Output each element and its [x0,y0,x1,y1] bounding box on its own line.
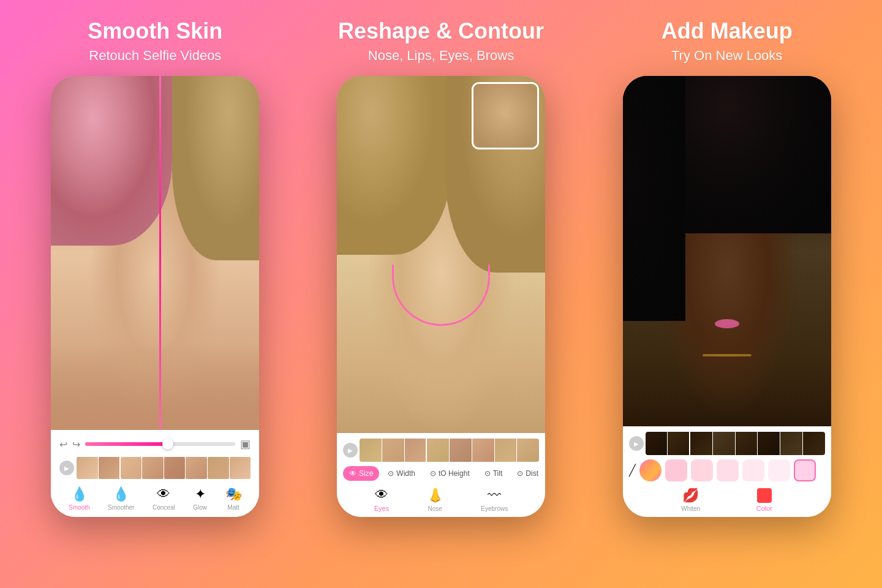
tool-eyebrows[interactable]: 〰 Eyebrows [481,488,508,512]
conceal-icon: 👁 [157,486,170,502]
frame-5 [164,457,186,479]
intensity-slider[interactable] [85,442,235,446]
tab-tilt-label: Tilt [493,469,503,478]
width-icon: ⊙ [388,469,394,478]
phone-2: ▶ [337,76,545,517]
eyes-label: Eyes [374,505,389,512]
timeline-row: ▶ [59,456,251,480]
eyebrows-icon: 〰 [488,488,501,503]
play-button-2[interactable]: ▶ [343,443,358,458]
frame-selected [121,457,142,479]
panel-3-subtitle: Try On New Looks [671,48,782,64]
frame-3-5 [736,432,758,455]
tool-color[interactable]: Color [756,488,772,512]
color-swatch-5[interactable] [768,459,790,481]
color-swatch-2[interactable] [691,459,713,481]
timeline-frames-2[interactable] [360,439,539,462]
matt-icon: 🎭 [225,486,242,502]
frame-3-6 [758,432,780,455]
color-swatch-3[interactable] [717,459,739,481]
play-button-3[interactable]: ▶ [629,436,644,451]
play-button[interactable]: ▶ [59,461,74,475]
frame-3-7 [780,432,802,455]
tool-whiten[interactable]: 💋 Whiten [681,488,700,512]
tab-height[interactable]: ⊙ tO Height [424,466,476,481]
tab-size[interactable]: 👁 Size [343,466,379,481]
frame-8 [230,457,251,479]
frame-2 [99,457,120,479]
main-container: Smooth Skin Retouch Selfie Videos [0,0,882,588]
color-icon [757,488,772,503]
color-label: Color [756,505,772,512]
hair-right [172,76,260,260]
frame-1 [77,457,98,479]
frame-2-6 [472,439,494,462]
timeline-row-3: ▶ [629,430,825,457]
whiten-color-row: 💋 Whiten Color [629,484,825,513]
color-swatch-4[interactable] [742,459,764,481]
timeline-frames[interactable] [77,457,251,479]
makeup-color-row: ╱ [629,457,825,484]
tab-tilt[interactable]: ⊙ Tilt [478,466,509,481]
gradient-color[interactable] [639,459,662,481]
phone-1-screen: ↩ ↪ ▣ ▶ [51,76,259,517]
frame-3-8 [803,432,825,455]
tab-dist-label: Dist [526,469,538,478]
eyes-icon: 👁 [375,487,388,503]
face-preview-box [472,82,539,149]
tool-nose[interactable]: 👃 Nose [427,488,443,512]
panel-smooth-skin: Smooth Skin Retouch Selfie Videos [12,18,298,576]
frame-2-8 [517,439,539,462]
tool-matt[interactable]: 🎭 Matt [225,486,242,511]
phone-3: ▶ ╱ [623,76,831,517]
frame-3-selected [690,432,712,455]
tool-smoother[interactable]: 💧 Smoother [108,486,134,511]
conceal-label: Conceal [153,504,175,511]
panel-1-subtitle: Retouch Selfie Videos [89,48,221,64]
phone-3-image [623,76,831,426]
phone-1: ↩ ↪ ▣ ▶ [51,76,259,517]
split-divider [159,76,161,430]
color-swatch-selected[interactable] [794,459,816,481]
tab-width-label: Width [396,469,415,478]
tool-smooth[interactable]: 💧 Smooth [69,486,89,511]
compare-icon[interactable]: ▣ [240,437,251,451]
nose-label: Nose [428,505,442,512]
phone-2-screen: ▶ [337,76,545,517]
tool-conceal[interactable]: 👁 Conceal [153,486,175,511]
frame-7 [208,457,229,479]
panel-reshape: Reshape & Contour Nose, Lips, Eyes, Brow… [298,18,584,576]
glow-label: Glow [193,504,207,511]
panel-2-title: Reshape & Contour [338,18,544,44]
panel-2-subtitle: Nose, Lips, Eyes, Brows [368,48,514,64]
hair-left [51,76,172,246]
dist-icon: ⊙ [517,469,523,478]
undo-icon[interactable]: ↩ [59,439,67,450]
face-shadow [51,342,259,431]
frame-2-selected [427,439,449,462]
size-icon: 👁 [349,469,356,478]
frame-2-1 [360,439,382,462]
phone-3-controls: ▶ ╱ [623,426,831,517]
timeline-frames-3[interactable] [646,432,825,455]
frame-2-5 [450,439,472,462]
hair-left-3 [623,76,685,321]
redo-icon[interactable]: ↪ [72,439,80,450]
tab-width[interactable]: ⊙ Width [382,466,421,481]
phone-1-controls: ↩ ↪ ▣ ▶ [51,430,259,517]
tool-glow[interactable]: ✦ Glow [193,486,207,511]
eyebrows-label: Eyebrows [481,505,508,512]
nose-icon: 👃 [427,488,443,503]
necklace [703,354,752,356]
frame-2-2 [382,439,404,462]
brush-icon[interactable]: ╱ [629,464,636,477]
tab-dist[interactable]: ⊙ Dist [511,466,539,481]
slider-thumb [162,439,173,450]
phone-3-screen: ▶ ╱ [623,76,831,517]
tool-eyes[interactable]: 👁 Eyes [374,487,389,512]
whiten-label: Whiten [681,505,700,512]
whiten-icon: 💋 [682,488,699,503]
color-swatch-1[interactable] [665,459,687,481]
tool-row: 💧 Smooth 💧 Smoother 👁 Conceal ✦ [59,483,251,512]
matt-label: Matt [227,504,239,511]
